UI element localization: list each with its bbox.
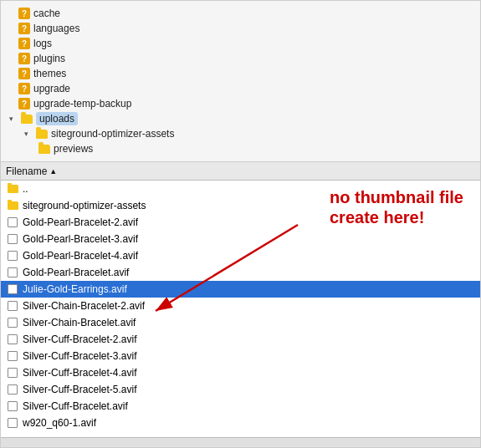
question-folder-icon: ?: [18, 53, 31, 64]
question-folder-icon: ?: [18, 98, 31, 109]
question-folder-icon: ?: [18, 68, 31, 79]
tree-item-uploads[interactable]: ▾uploads: [1, 111, 480, 126]
file-icon: [6, 283, 19, 296]
file-icon: [6, 266, 19, 279]
file-row-scuf3[interactable]: Silver-Cuff-Bracelet-3.avif: [1, 348, 480, 364]
chevron-icon: ▾: [24, 130, 34, 138]
tree-item-label: themes: [33, 68, 66, 79]
file-row-scb2[interactable]: Silver-Chain-Bracelet-2.avif: [1, 298, 480, 314]
tree-item-siteground-optimizer-assets[interactable]: ▾siteground-optimizer-assets: [1, 126, 480, 141]
question-folder-icon: ?: [18, 38, 31, 49]
question-folder-icon: ?: [18, 8, 31, 19]
file-row-scb[interactable]: Silver-Chain-Bracelet.avif: [1, 314, 480, 331]
folder-icon-yellow: [38, 143, 51, 155]
file-icon: [6, 366, 19, 379]
file-name-label: Silver-Chain-Bracelet.avif: [23, 317, 136, 328]
file-row-dotdot[interactable]: ..: [1, 181, 480, 197]
file-icon: [6, 299, 19, 313]
file-row-gp4[interactable]: Gold-Pearl-Bracelet-4.avif: [1, 247, 480, 264]
sort-arrow-icon: ▲: [49, 167, 57, 176]
uploads-folder-icon: [20, 113, 33, 125]
folder-icon: [6, 199, 19, 212]
tree-item-cache[interactable]: ?cache: [1, 6, 480, 21]
file-name-label: Silver-Chain-Bracelet-2.avif: [23, 300, 145, 312]
tree-item-label: previews: [54, 143, 93, 155]
chevron-icon: ▾: [9, 115, 19, 123]
file-row-jge[interactable]: Julie-Gold-Earrings.avif: [1, 281, 480, 298]
file-row-gp2[interactable]: Gold-Pearl-Bracelet-2.avif: [1, 214, 480, 231]
file-name-label: Silver-Cuff-Bracelet-3.avif: [23, 350, 137, 362]
file-name-label: Gold-Pearl-Bracelet.avif: [23, 267, 129, 278]
tree-item-upgrade-temp-backup[interactable]: ?upgrade-temp-backup: [1, 96, 480, 111]
file-list[interactable]: ..siteground-optimizer-assetsGold-Pearl-…: [1, 181, 480, 437]
tree-item-label: languages: [33, 23, 79, 34]
file-row-gp3[interactable]: Gold-Pearl-Bracelet-3.avif: [1, 231, 480, 247]
tree-item-plugins[interactable]: ?plugins: [1, 51, 480, 66]
tree-item-label: siteground-optimizer-assets: [51, 128, 174, 140]
tree-item-label: upgrade: [33, 83, 70, 94]
file-icon: [6, 232, 19, 246]
file-icon: [6, 216, 19, 229]
file-row-scuf[interactable]: Silver-Cuff-Bracelet.avif: [1, 398, 480, 415]
horizontal-scrollbar[interactable]: [1, 437, 480, 447]
filename-column-label: Filename: [6, 165, 47, 177]
file-name-label: Silver-Cuff-Bracelet.avif: [23, 400, 128, 412]
file-name-label: Silver-Cuff-Bracelet-4.avif: [23, 367, 137, 379]
tree-item-previews[interactable]: previews: [1, 141, 480, 156]
folder-icon-yellow: [35, 128, 49, 140]
main-container: ?cache?languages?logs?plugins?themes?upg…: [0, 0, 481, 448]
tree-item-label: upgrade-temp-backup: [33, 98, 131, 109]
question-folder-icon: ?: [18, 23, 31, 34]
file-row-scuf5[interactable]: Silver-Cuff-Bracelet-5.avif: [1, 381, 480, 398]
file-list-header: Filename ▲: [1, 162, 480, 181]
file-icon: [6, 316, 19, 329]
file-icon: [6, 416, 19, 430]
file-row-gp[interactable]: Gold-Pearl-Bracelet.avif: [1, 264, 480, 281]
file-row-scuf4[interactable]: Silver-Cuff-Bracelet-4.avif: [1, 364, 480, 381]
file-row-sgo-assets[interactable]: siteground-optimizer-assets: [1, 197, 480, 214]
file-row-w920[interactable]: w920_q60-1.avif: [1, 415, 480, 431]
file-name-label: Silver-Cuff-Bracelet-2.avif: [23, 333, 137, 345]
file-icon: [6, 333, 19, 346]
file-panel: Filename ▲ ..siteground-optimizer-assets…: [1, 162, 480, 447]
tree-item-themes[interactable]: ?themes: [1, 66, 480, 81]
file-name-label: Silver-Cuff-Bracelet-5.avif: [23, 384, 137, 395]
folder-icon: [6, 182, 19, 196]
file-name-label: Julie-Gold-Earrings.avif: [23, 283, 127, 295]
file-row-scuf2[interactable]: Silver-Cuff-Bracelet-2.avif: [1, 331, 480, 348]
file-icon: [6, 249, 19, 262]
file-name-label: Gold-Pearl-Bracelet-4.avif: [23, 250, 138, 262]
file-icon: [6, 400, 19, 413]
file-name-label: ..: [23, 183, 28, 195]
tree-item-languages[interactable]: ?languages: [1, 21, 480, 36]
file-icon: [6, 349, 19, 363]
file-name-label: Gold-Pearl-Bracelet-2.avif: [23, 216, 138, 228]
question-folder-icon: ?: [18, 83, 31, 94]
file-icon: [6, 383, 19, 396]
tree-item-label: plugins: [33, 53, 65, 64]
tree-item-upgrade[interactable]: ?upgrade: [1, 81, 480, 96]
file-name-label: siteground-optimizer-assets: [23, 200, 146, 211]
tree-item-label: logs: [33, 38, 52, 49]
tree-panel: ?cache?languages?logs?plugins?themes?upg…: [1, 1, 480, 162]
tree-item-label: cache: [33, 8, 60, 19]
tree-item-logs[interactable]: ?logs: [1, 36, 480, 51]
file-name-label: Gold-Pearl-Bracelet-3.avif: [23, 233, 138, 245]
tree-item-label: uploads: [36, 112, 78, 125]
file-name-label: w920_q60-1.avif: [23, 417, 96, 429]
